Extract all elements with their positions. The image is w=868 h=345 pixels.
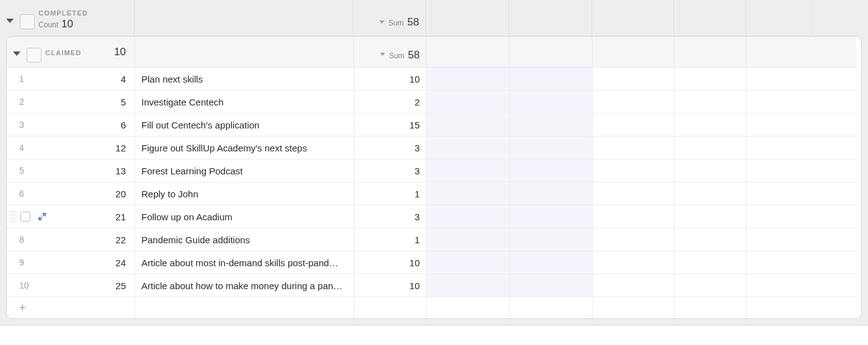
row-empty-cell[interactable] <box>593 205 675 228</box>
collapse-icon[interactable] <box>13 52 20 56</box>
row-value-cell[interactable]: 1 <box>354 228 427 251</box>
row-title-cell[interactable]: Investigate Centech <box>135 91 354 114</box>
outer-group: COMPLETED Count 10 Sum 58 <box>0 0 868 326</box>
row-empty-cell[interactable] <box>746 274 856 297</box>
row-empty-shaded-cell[interactable] <box>427 228 510 251</box>
group-checkbox[interactable] <box>20 14 35 29</box>
row-empty-cell[interactable] <box>675 251 746 274</box>
row-empty-shaded-cell[interactable] <box>510 91 593 114</box>
row-empty-cell[interactable] <box>675 114 746 137</box>
row-empty-shaded-cell[interactable] <box>510 68 593 91</box>
row-title-cell[interactable]: Plan next skills <box>135 68 354 91</box>
row-value-cell[interactable]: 3 <box>354 137 427 159</box>
drag-handle-icon[interactable] <box>11 212 17 222</box>
row-index-cell[interactable]: 36 <box>7 114 135 137</box>
row-value-cell[interactable]: 1 <box>354 182 427 205</box>
row-empty-cell[interactable] <box>746 68 856 91</box>
row-index-cell[interactable]: 924 <box>7 251 135 274</box>
row-empty-shaded-cell[interactable] <box>427 68 510 91</box>
row-empty-shaded-cell[interactable] <box>510 114 593 137</box>
row-empty-shaded-cell[interactable] <box>510 182 593 205</box>
row-empty-cell[interactable] <box>593 274 675 297</box>
row-empty-shaded-cell[interactable] <box>427 251 510 274</box>
row-index-cell[interactable]: 620 <box>7 182 135 205</box>
row-empty-cell[interactable] <box>675 228 746 251</box>
row-empty-cell[interactable] <box>593 68 675 91</box>
row-empty-cell[interactable] <box>675 159 746 182</box>
caret-down-icon <box>379 20 384 24</box>
row-title-cell[interactable]: Article about most in-demand skills post… <box>135 251 354 274</box>
row-checkbox[interactable] <box>20 212 30 222</box>
row-value-cell[interactable]: 10 <box>354 251 427 274</box>
row-value-cell[interactable]: 15 <box>354 114 427 137</box>
row-title-cell[interactable]: Figure out SkillUp Academy's next steps <box>135 137 354 159</box>
row-empty-cell[interactable] <box>593 91 675 114</box>
row-empty-shaded-cell[interactable] <box>510 137 593 159</box>
sum-label: Sum <box>389 52 404 60</box>
row-empty-cell[interactable] <box>675 137 746 159</box>
row-empty-cell[interactable] <box>593 251 675 274</box>
row-empty-shaded-cell[interactable] <box>427 205 510 228</box>
row-empty-shaded-cell[interactable] <box>510 228 593 251</box>
row-title-cell[interactable]: Reply to John <box>135 182 354 205</box>
row-ref-number: 5 <box>121 97 128 107</box>
row-title-cell[interactable]: Article about how to make money during a… <box>135 274 354 297</box>
row-empty-cell[interactable] <box>746 182 856 205</box>
row-value-cell[interactable]: 10 <box>354 274 427 297</box>
row-empty-shaded-cell[interactable] <box>427 137 510 159</box>
row-empty-shaded-cell[interactable] <box>510 274 593 297</box>
row-empty-shaded-cell[interactable] <box>427 114 510 137</box>
row-index-cell[interactable]: 1025 <box>7 274 135 297</box>
row-title-cell[interactable]: Follow up on Acadium <box>135 205 354 228</box>
row-title-cell[interactable]: Fill out Centech's application <box>135 114 354 137</box>
row-index: 5 <box>19 166 50 176</box>
inner-group-sum-cell[interactable]: Sum 58 <box>354 37 427 68</box>
group-checkbox[interactable] <box>27 48 42 63</box>
row-value-cell[interactable]: 3 <box>354 205 427 228</box>
row-empty-shaded-cell[interactable] <box>510 205 593 228</box>
row-empty-cell[interactable] <box>746 137 856 159</box>
row-index-cell[interactable]: 25 <box>7 91 135 114</box>
expand-icon[interactable] <box>38 212 46 221</box>
row-empty-cell[interactable] <box>675 182 746 205</box>
row-empty-cell[interactable] <box>593 159 675 182</box>
row-ref-number: 13 <box>115 166 128 176</box>
inner-header-col7 <box>675 37 746 68</box>
row-index-cell[interactable]: 412 <box>7 137 135 159</box>
sum-label: Sum <box>388 19 404 27</box>
row-title-cell[interactable]: Pandemic Guide additions <box>135 228 354 251</box>
row-empty-cell[interactable] <box>746 114 856 137</box>
outer-group-header: COMPLETED Count 10 <box>38 6 88 30</box>
row-value-cell[interactable]: 3 <box>354 159 427 182</box>
row-index-cell[interactable]: 14 <box>7 68 135 91</box>
row-title-cell[interactable]: Forest Learning Podcast <box>135 159 354 182</box>
row-empty-cell[interactable] <box>675 274 746 297</box>
row-empty-cell[interactable] <box>746 251 856 274</box>
row-empty-cell[interactable] <box>593 114 675 137</box>
row-empty-cell[interactable] <box>593 182 675 205</box>
row-value-cell[interactable]: 2 <box>354 91 427 114</box>
row-empty-cell[interactable] <box>675 205 746 228</box>
row-empty-shaded-cell[interactable] <box>510 251 593 274</box>
collapse-icon[interactable] <box>6 19 14 23</box>
row-empty-shaded-cell[interactable] <box>510 159 593 182</box>
row-empty-shaded-cell[interactable] <box>427 274 510 297</box>
row-index-cell[interactable]: 513 <box>7 159 135 182</box>
row-empty-cell[interactable] <box>675 91 746 114</box>
row-empty-cell[interactable] <box>675 68 746 91</box>
row-value-cell[interactable]: 10 <box>354 68 427 91</box>
row-empty-cell[interactable] <box>746 228 856 251</box>
row-empty-cell[interactable] <box>593 137 675 159</box>
row-empty-shaded-cell[interactable] <box>427 182 510 205</box>
row-index-cell[interactable]: 822 <box>7 228 135 251</box>
outer-group-sum-cell[interactable]: Sum 58 <box>353 0 426 36</box>
row-empty-cell[interactable] <box>593 228 675 251</box>
add-row-col6 <box>593 297 675 318</box>
row-index-cell[interactable]: 21 <box>7 205 135 228</box>
row-empty-shaded-cell[interactable] <box>427 91 510 114</box>
row-empty-cell[interactable] <box>746 91 856 114</box>
row-empty-shaded-cell[interactable] <box>427 159 510 182</box>
add-row-button[interactable]: + <box>7 297 135 318</box>
row-empty-cell[interactable] <box>746 205 856 228</box>
row-empty-cell[interactable] <box>746 159 856 182</box>
